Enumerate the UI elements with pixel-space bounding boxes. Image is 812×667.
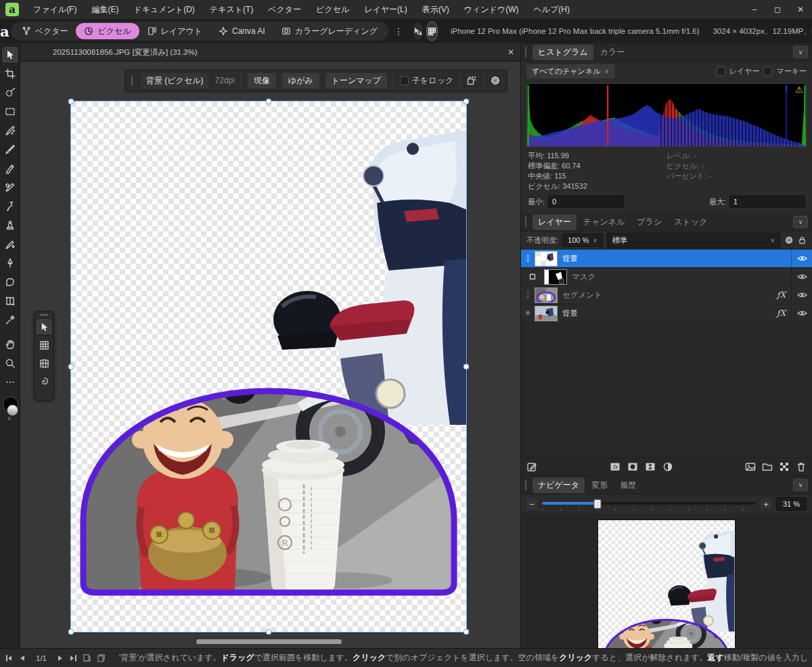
image-layer-icon[interactable]: [745, 461, 756, 472]
blend-mode-select[interactable]: 標準∨: [607, 233, 780, 248]
mask-thumbnail[interactable]: [544, 269, 567, 285]
pen-tool[interactable]: [1, 254, 19, 272]
zoom-value[interactable]: 31 %: [776, 497, 807, 511]
background-colour-swatch[interactable]: [7, 405, 18, 416]
zoom-out-button[interactable]: −: [526, 499, 537, 509]
group-folder-icon[interactable]: [762, 461, 773, 472]
live-filter-icon[interactable]: [662, 461, 673, 472]
tab-layers[interactable]: レイヤー: [533, 214, 577, 230]
mesh-warp-tool[interactable]: [1, 292, 19, 310]
tab-navigator[interactable]: ナビゲータ: [533, 478, 585, 493]
first-page-icon[interactable]: [5, 655, 14, 662]
opacity-select[interactable]: 100 %∨: [562, 233, 603, 247]
close-button[interactable]: ✕: [789, 0, 812, 19]
adjustment-layer-icon[interactable]: [645, 461, 656, 472]
crop-tool[interactable]: [1, 65, 19, 83]
layer-expand-grip[interactable]: ⠿∨: [521, 255, 535, 262]
delete-layer-icon[interactable]: [796, 461, 807, 472]
horizontal-scrollbar-thumb[interactable]: [196, 639, 342, 644]
zoom-in-button[interactable]: +: [761, 499, 771, 509]
menu-item-layer[interactable]: レイヤー(L): [357, 0, 415, 19]
layer-effects-icon[interactable]: fx: [610, 461, 621, 472]
tab-stock[interactable]: ストック: [669, 214, 713, 230]
add-page-icon[interactable]: [83, 653, 91, 662]
persona-canva-ai[interactable]: Canva AI: [210, 23, 273, 39]
panel-collapse-chevron[interactable]: ∨: [793, 479, 808, 491]
maximize-button[interactable]: ◻: [766, 0, 789, 19]
menu-item-help[interactable]: ヘルプ(H): [526, 0, 577, 19]
mesh-grid-icon[interactable]: [35, 336, 53, 354]
layer-expand-grip[interactable]: ⠿∨: [521, 292, 535, 298]
lock-children-checkbox[interactable]: 子をロック: [400, 75, 453, 87]
panel-grip[interactable]: [525, 47, 528, 58]
layer-row-background-cutout[interactable]: ⠿∨ 背景: [521, 250, 812, 268]
gear-icon[interactable]: [784, 235, 794, 245]
horizontal-scrollbar-track[interactable]: [20, 640, 521, 647]
tab-transform[interactable]: 変形: [586, 478, 613, 493]
liquify-swirl-icon[interactable]: [35, 373, 53, 390]
layer-row-mask[interactable]: マスク: [521, 268, 812, 286]
mask-link-icon[interactable]: [521, 273, 544, 280]
healing-brush-tool[interactable]: [1, 235, 19, 253]
menu-item-file[interactable]: ファイル(F): [26, 0, 84, 19]
marquee-checkbox[interactable]: [763, 67, 772, 76]
document-page[interactable]: [71, 101, 467, 632]
panel-collapse-chevron[interactable]: ∨: [793, 46, 808, 58]
colour-replacement-brush-tool[interactable]: [1, 179, 19, 196]
layer-fx-badge[interactable]: ƒX: [777, 290, 786, 300]
document-tab[interactable]: 20251130081856.JPG [変更済み] (31.3%) ✕: [20, 43, 521, 61]
edit-layer-icon[interactable]: [526, 461, 537, 472]
inpainting-brush-tool[interactable]: [1, 198, 19, 215]
menu-item-window[interactable]: ウィンドウ(W): [457, 0, 526, 19]
layer-row-background-photo[interactable]: ※ 背景 ƒX: [521, 304, 812, 323]
channel-selector[interactable]: すべてのチャンネル ∨: [526, 64, 614, 78]
menu-item-pixel[interactable]: ピクセル: [309, 0, 357, 19]
menu-item-edit[interactable]: 編集(E): [84, 0, 126, 19]
more-tools[interactable]: [1, 373, 19, 391]
mask-layer-icon[interactable]: [627, 461, 638, 472]
pixel-tool[interactable]: [1, 160, 19, 177]
panel-grip[interactable]: [525, 480, 528, 490]
minimize-button[interactable]: –: [743, 0, 766, 19]
tab-channels[interactable]: チャンネル: [578, 214, 630, 230]
snapping-grid-button[interactable]: [427, 22, 437, 40]
view-tool[interactable]: [1, 336, 19, 353]
menu-item-text[interactable]: テキスト(T): [202, 0, 261, 19]
zoom-tool[interactable]: [1, 354, 19, 372]
context-toolbar-grip[interactable]: [131, 75, 135, 86]
layer-visibility[interactable]: [791, 250, 812, 267]
layer-checkbox[interactable]: [717, 67, 725, 76]
warning-icon[interactable]: ⚠: [795, 85, 803, 95]
colour-picker-tool[interactable]: [1, 311, 19, 329]
max-input[interactable]: [729, 196, 805, 208]
move-tool[interactable]: [1, 46, 19, 64]
gear-icon[interactable]: [490, 75, 501, 86]
layer-fx-badge[interactable]: ƒX: [777, 308, 786, 318]
tab-color[interactable]: カラー: [595, 45, 631, 60]
clone-stamp-tool[interactable]: [1, 216, 19, 234]
lock-icon[interactable]: [798, 235, 807, 245]
menu-item-vector[interactable]: ベクター: [261, 0, 309, 19]
duplicate-page-icon[interactable]: [97, 653, 106, 662]
zoom-slider-knob[interactable]: [594, 499, 602, 509]
layer-thumbnail[interactable]: [535, 251, 558, 267]
tab-brushes[interactable]: ブラシ: [631, 214, 667, 230]
tab-history[interactable]: 履歴: [614, 478, 641, 493]
previous-page-icon[interactable]: [19, 655, 25, 662]
warp-grid-icon[interactable]: [35, 354, 53, 372]
auto-select-button[interactable]: [413, 22, 423, 40]
paint-brush-tool[interactable]: [1, 141, 19, 158]
selection-brush-tool[interactable]: [1, 84, 19, 101]
tab-close-icon[interactable]: ✕: [501, 47, 521, 57]
layer-grip[interactable]: ※: [521, 312, 535, 315]
colour-selector[interactable]: ∨: [2, 396, 18, 417]
move-tool-mini[interactable]: [35, 318, 53, 336]
marquee-select-tool[interactable]: [1, 103, 19, 120]
last-page-icon[interactable]: [69, 655, 77, 662]
next-page-icon[interactable]: [58, 655, 64, 662]
layers-empty-area[interactable]: [521, 323, 812, 457]
layer-visibility[interactable]: [791, 268, 812, 285]
persona-layout[interactable]: レイアウト: [139, 23, 210, 39]
flood-select-tool[interactable]: [1, 122, 19, 139]
min-input[interactable]: [548, 196, 624, 208]
